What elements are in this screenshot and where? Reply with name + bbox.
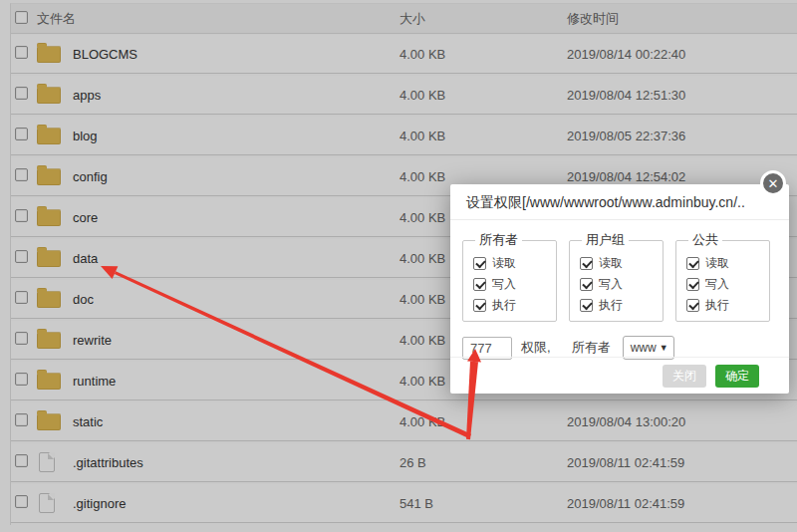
permission-option[interactable]: 读取 (473, 255, 556, 272)
permission-option[interactable]: 执行 (686, 297, 769, 314)
permission-option[interactable]: 执行 (580, 297, 663, 314)
owner-select-value: www (631, 341, 657, 355)
checkbox-icon[interactable] (473, 299, 486, 312)
permission-option[interactable]: 写入 (473, 276, 556, 293)
permission-option[interactable]: 写入 (686, 276, 769, 293)
close-icon[interactable]: ✕ (760, 170, 786, 196)
checkbox-icon[interactable] (473, 257, 486, 270)
set-permissions-dialog: ✕ 设置权限[/www/wwwroot/www.adminbuy.cn/.. 所… (450, 184, 789, 394)
checkbox-icon[interactable] (580, 299, 593, 312)
permission-group-legend: 所有者 (475, 231, 522, 249)
dialog-footer: 关闭 确定 (450, 357, 789, 394)
permission-option[interactable]: 读取 (686, 255, 769, 272)
checkbox-icon[interactable] (473, 278, 486, 291)
permission-group: 公共 读取 写入 执行 (675, 231, 770, 322)
close-button[interactable]: 关闭 (663, 365, 706, 388)
dialog-title: 设置权限[/www/wwwroot/www.adminbuy.cn/.. (450, 184, 789, 220)
permission-group: 所有者 读取 写入 执行 (462, 231, 557, 322)
permission-option[interactable]: 执行 (473, 297, 556, 314)
permission-group: 用户组 读取 写入 执行 (569, 231, 664, 322)
checkbox-icon[interactable] (686, 278, 699, 291)
checkbox-icon[interactable] (580, 257, 593, 270)
checkbox-icon[interactable] (580, 278, 593, 291)
permission-group-legend: 用户组 (582, 231, 629, 249)
permission-groups: 所有者 读取 写入 执行 用户组 读取 写入 执行 公共 读取 写入 (462, 231, 777, 322)
permission-option[interactable]: 写入 (580, 276, 663, 293)
chevron-down-icon: ▼ (660, 343, 668, 353)
permission-option[interactable]: 读取 (580, 255, 663, 272)
checkbox-icon[interactable] (686, 299, 699, 312)
checkbox-icon[interactable] (686, 257, 699, 270)
permission-label: 权限, (521, 339, 551, 357)
confirm-button[interactable]: 确定 (715, 365, 759, 388)
permission-group-legend: 公共 (688, 231, 722, 249)
owner-label: 所有者 (572, 339, 611, 357)
